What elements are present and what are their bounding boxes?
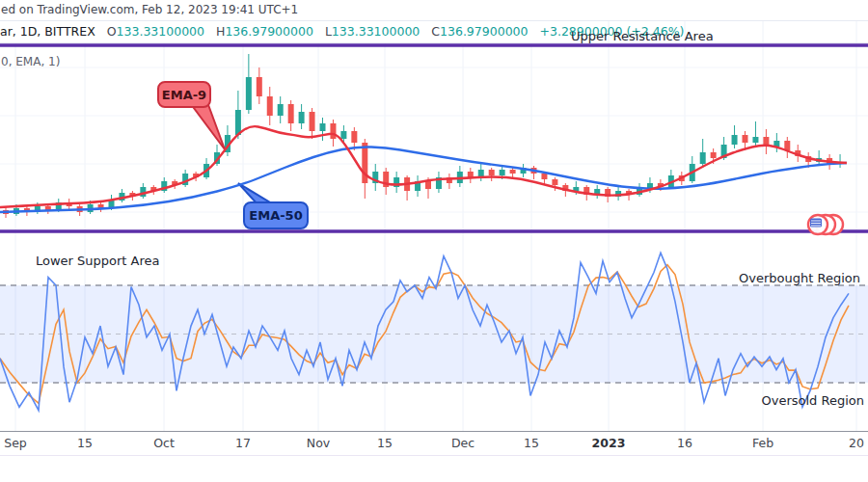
chart-canvas[interactable] xyxy=(0,0,868,482)
time-axis-label: Sep xyxy=(4,436,27,450)
bottom-separator xyxy=(0,455,868,456)
tradingview-chart-screenshot: ed on TradingView.com, Feb 12, 2023 19:4… xyxy=(0,0,868,482)
oversold-region-label: Oversold Region xyxy=(762,393,865,408)
flag-logo xyxy=(808,215,843,234)
time-axis-label: 15 xyxy=(524,436,539,450)
time-axis-label: Nov xyxy=(307,436,330,450)
ema9-callout[interactable]: EMA-9 xyxy=(157,81,211,108)
symbol-name[interactable]: ar, 1D, BITTREX xyxy=(0,24,95,39)
close-label: C xyxy=(431,24,440,39)
ema50-line xyxy=(0,147,847,212)
overbought-region-label: Overbought Region xyxy=(739,271,860,285)
open-value: 133.33100000 xyxy=(117,24,204,39)
attribution-bar: ed on TradingView.com, Feb 12, 2023 19:4… xyxy=(0,0,868,20)
ema9-line xyxy=(0,126,847,207)
high-label: H xyxy=(216,24,225,39)
open-label: O xyxy=(107,24,117,39)
time-axis-label: Dec xyxy=(451,436,475,450)
low-value: 133.33100000 xyxy=(332,24,420,39)
time-axis-label: 15 xyxy=(377,436,393,450)
attribution-text: ed on TradingView.com, Feb 12, 2023 19:4… xyxy=(1,3,298,16)
upper-resistance-label: Upper Resistance Area xyxy=(571,29,714,43)
symbol-info-bar[interactable]: ar, 1D, BITTREX O133.33100000 H136.97900… xyxy=(0,21,542,42)
candlestick-series xyxy=(3,54,843,218)
time-axis-label: 20 xyxy=(849,436,864,450)
indicator-legend-text: 0, EMA, 1) xyxy=(1,55,60,68)
high-value: 136.97900000 xyxy=(225,24,312,39)
ema9-callout-tail xyxy=(191,102,225,149)
close-value: 136.97900000 xyxy=(440,24,528,39)
indicator-legend[interactable]: 0, EMA, 1) xyxy=(1,55,60,68)
ema50-callout[interactable]: EMA-50 xyxy=(243,201,309,229)
time-axis-label: 17 xyxy=(235,436,251,450)
time-axis-label: 15 xyxy=(77,436,93,450)
time-axis-label: 2023 xyxy=(592,436,626,450)
lower-support-label: Lower Support Area xyxy=(36,254,160,268)
time-axis-label: 16 xyxy=(677,436,692,450)
symbolbar-divider xyxy=(0,42,868,43)
low-label: L xyxy=(325,24,332,39)
time-axis[interactable]: Sep15Oct17Nov15Dec15202316Feb20 xyxy=(0,431,868,456)
time-axis-label: Feb xyxy=(752,436,773,450)
time-axis-label: Oct xyxy=(153,436,175,450)
